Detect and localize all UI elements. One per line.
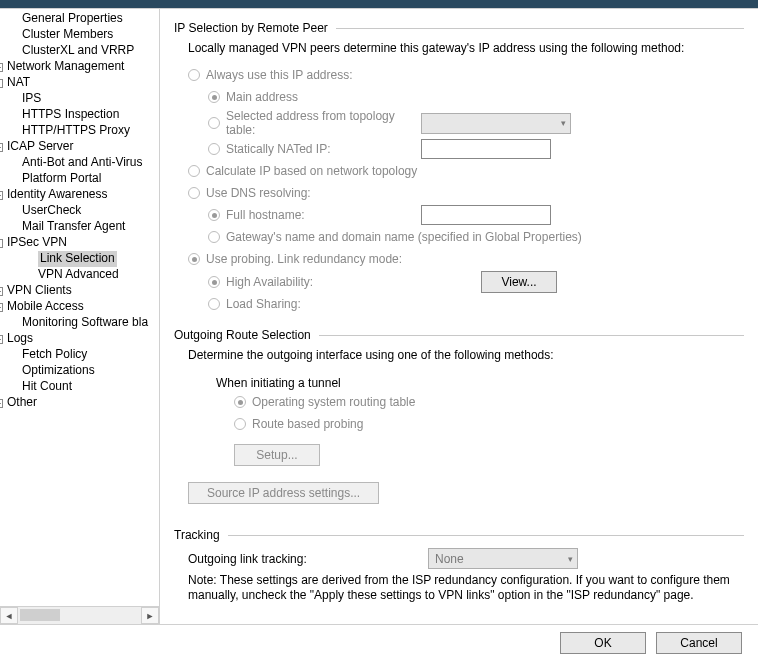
- section-title-ip-selection: IP Selection by Remote Peer: [174, 21, 328, 35]
- label-always-use-ip: Always use this IP address:: [206, 68, 353, 82]
- tree-item-label: IPSec VPN: [7, 235, 67, 251]
- scroll-track[interactable]: [18, 607, 141, 624]
- radio-main-address[interactable]: [208, 91, 220, 103]
- radio-selected-topology[interactable]: [208, 117, 220, 129]
- dropdown-topology-address[interactable]: ▾: [421, 113, 571, 134]
- tree-item[interactable]: +VPN Clients: [4, 283, 159, 299]
- tree-item[interactable]: Hit Count: [4, 379, 159, 395]
- tree-item[interactable]: +Network Management: [4, 59, 159, 75]
- label-selected-topology: Selected address from topology table:: [226, 109, 421, 137]
- cancel-button-label: Cancel: [680, 636, 717, 650]
- radio-route-probing[interactable]: [234, 418, 246, 430]
- tree-item-label: Mobile Access: [7, 299, 84, 315]
- radio-high-availability[interactable]: [208, 276, 220, 288]
- label-high-availability: High Availability:: [226, 275, 481, 289]
- scroll-right-button[interactable]: ►: [141, 607, 159, 624]
- tree-item-label: ClusterXL and VRRP: [22, 43, 134, 59]
- radio-gateway-name[interactable]: [208, 231, 220, 243]
- expand-icon[interactable]: +: [0, 191, 3, 200]
- tree-item[interactable]: VPN Advanced: [4, 267, 159, 283]
- tree-item[interactable]: Cluster Members: [4, 27, 159, 43]
- ip-selection-description: Locally managed VPN peers determine this…: [188, 41, 744, 55]
- tree-item-label: VPN Advanced: [38, 267, 119, 283]
- scroll-thumb[interactable]: [20, 609, 60, 621]
- tree-item[interactable]: Platform Portal: [4, 171, 159, 187]
- tree-item-label: Cluster Members: [22, 27, 113, 43]
- scroll-left-button[interactable]: ◄: [0, 607, 18, 624]
- expand-icon[interactable]: +: [0, 335, 3, 344]
- radio-statically-nated[interactable]: [208, 143, 220, 155]
- tree-item-label: VPN Clients: [7, 283, 72, 299]
- source-ip-settings-button[interactable]: Source IP address settings...: [188, 482, 379, 504]
- tree-item[interactable]: Link Selection: [4, 251, 159, 267]
- radio-full-hostname[interactable]: [208, 209, 220, 221]
- tree-item-label: Mail Transfer Agent: [22, 219, 125, 235]
- label-when-initiating: When initiating a tunnel: [216, 376, 744, 390]
- collapse-icon[interactable]: -: [0, 79, 3, 88]
- outgoing-description: Determine the outgoing interface using o…: [188, 348, 744, 362]
- tree-item[interactable]: +Logs: [4, 331, 159, 347]
- setup-button[interactable]: Setup...: [234, 444, 320, 466]
- tree-item[interactable]: Anti-Bot and Anti-Virus: [4, 155, 159, 171]
- tree-item-label: Logs: [7, 331, 33, 347]
- tree-item[interactable]: HTTPS Inspection: [4, 107, 159, 123]
- tree-item-label: HTTPS Inspection: [22, 107, 119, 123]
- radio-always-use-ip[interactable]: [188, 69, 200, 81]
- tree-item[interactable]: -IPSec VPN: [4, 235, 159, 251]
- tree-item[interactable]: UserCheck: [4, 203, 159, 219]
- tree-item[interactable]: +Identity Awareness: [4, 187, 159, 203]
- tree-item[interactable]: Fetch Policy: [4, 347, 159, 363]
- tree-item[interactable]: +ICAP Server: [4, 139, 159, 155]
- label-os-routing: Operating system routing table: [252, 395, 415, 409]
- tree-item[interactable]: IPS: [4, 91, 159, 107]
- tree-item[interactable]: General Properties: [4, 11, 159, 27]
- setup-button-label: Setup...: [256, 448, 297, 462]
- tree-item[interactable]: ClusterXL and VRRP: [4, 43, 159, 59]
- label-gateway-name: Gateway's name and domain name (specifie…: [226, 230, 582, 244]
- expand-icon[interactable]: +: [0, 143, 3, 152]
- tree-item-label: Fetch Policy: [22, 347, 87, 363]
- dropdown-outgoing-link-tracking[interactable]: None ▾: [428, 548, 578, 569]
- dialog-footer: OK Cancel: [0, 624, 758, 660]
- view-button[interactable]: View...: [481, 271, 557, 293]
- ok-button[interactable]: OK: [560, 632, 646, 654]
- tree-item-label: UserCheck: [22, 203, 81, 219]
- section-title-outgoing: Outgoing Route Selection: [174, 328, 311, 342]
- tree-item[interactable]: -NAT: [4, 75, 159, 91]
- expand-icon[interactable]: +: [0, 287, 3, 296]
- input-statically-nated-ip[interactable]: [421, 139, 551, 159]
- expand-icon[interactable]: +: [0, 63, 3, 72]
- tree-item-label: General Properties: [22, 11, 123, 27]
- input-full-hostname[interactable]: [421, 205, 551, 225]
- tree-item[interactable]: +Other: [4, 395, 159, 411]
- radio-use-probing[interactable]: [188, 253, 200, 265]
- tree-item[interactable]: +Mobile Access: [4, 299, 159, 315]
- cancel-button[interactable]: Cancel: [656, 632, 742, 654]
- divider: [228, 535, 744, 536]
- tree-item[interactable]: Optimizations: [4, 363, 159, 379]
- tree-item-label: Optimizations: [22, 363, 95, 379]
- window-titlebar: [0, 0, 758, 8]
- sidebar-horizontal-scrollbar[interactable]: ◄ ►: [0, 606, 159, 624]
- tree-item-label: Hit Count: [22, 379, 72, 395]
- radio-calc-topology[interactable]: [188, 165, 200, 177]
- expand-icon[interactable]: +: [0, 399, 3, 408]
- tree-item[interactable]: HTTP/HTTPS Proxy: [4, 123, 159, 139]
- label-outgoing-link-tracking: Outgoing link tracking:: [188, 552, 428, 566]
- label-route-probing: Route based probing: [252, 417, 363, 431]
- navigation-tree: General PropertiesCluster MembersCluster…: [0, 9, 160, 624]
- label-use-dns: Use DNS resolving:: [206, 186, 311, 200]
- divider: [319, 335, 744, 336]
- collapse-icon[interactable]: -: [0, 239, 3, 248]
- tree-item[interactable]: Mail Transfer Agent: [4, 219, 159, 235]
- tree-item-label: Identity Awareness: [7, 187, 108, 203]
- tree-item[interactable]: Monitoring Software bla: [4, 315, 159, 331]
- tree-item-label: NAT: [7, 75, 30, 91]
- radio-os-routing[interactable]: [234, 396, 246, 408]
- label-calc-topology: Calculate IP based on network topology: [206, 164, 417, 178]
- radio-load-sharing[interactable]: [208, 298, 220, 310]
- tree-item-label: Monitoring Software bla: [22, 315, 148, 331]
- expand-icon[interactable]: +: [0, 303, 3, 312]
- radio-use-dns[interactable]: [188, 187, 200, 199]
- tree-item-label: Network Management: [7, 59, 124, 75]
